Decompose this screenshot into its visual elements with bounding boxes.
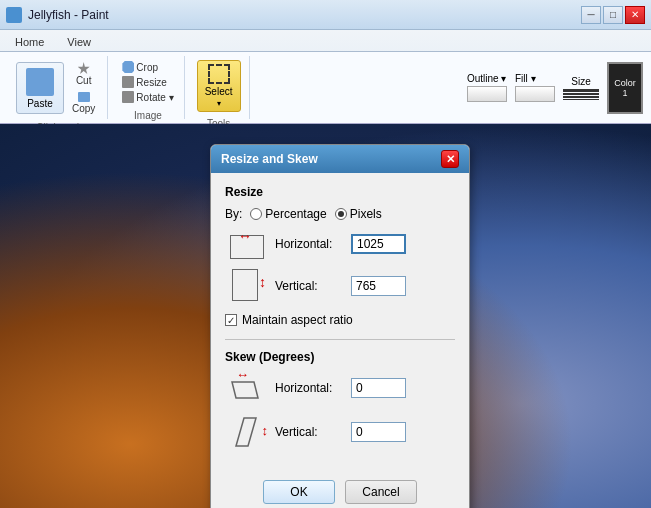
dialog-title-text: Resize and Skew [221, 152, 318, 166]
vertical-skew-row: ↕ Vertical: [225, 412, 455, 452]
maintain-aspect-checkbox[interactable] [225, 314, 237, 326]
resize-icon [122, 76, 134, 88]
crop-icon [122, 61, 134, 73]
pixels-radio[interactable]: Pixels [335, 207, 382, 221]
cancel-button[interactable]: Cancel [345, 480, 417, 504]
svg-marker-0 [232, 382, 258, 398]
clipboard-sub-buttons: Cut Copy [68, 60, 99, 116]
fill-control[interactable]: Fill ▾ [515, 73, 555, 102]
dialog-title-bar: Resize and Skew ✕ [211, 145, 469, 173]
size-control: Size [563, 76, 599, 100]
clipboard-group: Paste Cut Copy Clipboard [8, 56, 108, 119]
copy-button[interactable]: Copy [68, 90, 99, 116]
horizontal-icon-container: ↔ [225, 229, 269, 259]
skew-horizontal-input[interactable] [351, 378, 406, 398]
ribbon: Home View Paste Cut Copy [0, 30, 651, 124]
maintain-aspect-row: Maintain aspect ratio [225, 313, 455, 327]
tab-home[interactable]: Home [4, 32, 55, 51]
horizontal-resize-input[interactable] [351, 234, 406, 254]
tools-group: Select ▾ Tools [189, 56, 250, 119]
skew-heading: Skew (Degrees) [225, 350, 455, 364]
paste-button[interactable]: Paste [16, 62, 64, 114]
vertical-arrow-icon: ↕ [259, 275, 266, 289]
select-label: Select [205, 86, 233, 97]
horizontal-resize-row: ↔ Horizontal: [225, 229, 455, 259]
crop-button[interactable]: Crop [120, 60, 175, 74]
color-swatch[interactable]: Color1 [607, 62, 643, 114]
outline-control[interactable]: Outline ▾ [467, 73, 507, 102]
app-icon [6, 7, 22, 23]
select-icon [208, 64, 230, 84]
title-bar: Jellyfish - Paint ─ □ ✕ [0, 0, 651, 30]
ribbon-content: Paste Cut Copy Clipboard [0, 51, 651, 123]
canvas-area: Resize and Skew ✕ Resize By: Percentage … [0, 124, 651, 508]
ribbon-tabs: Home View [0, 30, 651, 51]
window-title: Jellyfish - Paint [28, 8, 581, 22]
by-row: By: Percentage Pixels [225, 207, 455, 221]
dialog-footer: OK Cancel [211, 472, 469, 508]
paste-label: Paste [27, 98, 53, 109]
vertical-resize-label: Vertical: [275, 279, 345, 293]
skew-vertical-icon: ↕ [228, 412, 266, 452]
vertical-resize-input[interactable] [351, 276, 406, 296]
select-button[interactable]: Select ▾ [197, 60, 241, 112]
rotate-icon [122, 91, 134, 103]
resize-heading: Resize [225, 185, 455, 199]
maximize-button[interactable]: □ [603, 6, 623, 24]
vertical-resize-icon: ↕ [228, 267, 266, 305]
percentage-radio-indicator [250, 208, 262, 220]
minimize-button[interactable]: ─ [581, 6, 601, 24]
dialog-close-button[interactable]: ✕ [441, 150, 459, 168]
percentage-radio[interactable]: Percentage [250, 207, 326, 221]
resize-skew-dialog: Resize and Skew ✕ Resize By: Percentage … [210, 144, 470, 508]
copy-icon [78, 92, 90, 102]
dialog-body: Resize By: Percentage Pixels ↔ [211, 173, 469, 472]
horizontal-skew-row: ↔ Horizontal: [225, 372, 455, 404]
tools-items: Select ▾ [197, 56, 241, 116]
vertical-resize-row: ↕ Vertical: [225, 267, 455, 305]
skew-vertical-icon-container: ↕ [225, 412, 269, 452]
cut-icon [78, 62, 90, 74]
image-group: Crop Resize Rotate ▾ Image [112, 56, 184, 119]
horizontal-resize-label: Horizontal: [275, 237, 345, 251]
skew-vertical-input[interactable] [351, 422, 406, 442]
image-buttons: Crop Resize Rotate ▾ [120, 60, 175, 104]
skew-horizontal-label: Horizontal: [275, 381, 345, 395]
window-close-button[interactable]: ✕ [625, 6, 645, 24]
right-toolbar: Outline ▾ Fill ▾ Size Color1 [467, 56, 643, 119]
cut-button[interactable]: Cut [68, 60, 99, 88]
clipboard-items: Paste Cut Copy [16, 56, 99, 120]
percentage-label: Percentage [265, 207, 326, 221]
maintain-aspect-label: Maintain aspect ratio [242, 313, 353, 327]
vertical-icon-container: ↕ [225, 267, 269, 305]
ok-button[interactable]: OK [263, 480, 335, 504]
image-label: Image [134, 110, 162, 121]
skew-h-arrow-icon: ↔ [236, 368, 249, 381]
pixels-radio-indicator [335, 208, 347, 220]
pixels-label: Pixels [350, 207, 382, 221]
resize-button[interactable]: Resize [120, 75, 175, 89]
image-items: Crop Resize Rotate ▾ [120, 56, 175, 108]
by-label: By: [225, 207, 242, 221]
horizontal-resize-icon: ↔ [228, 229, 266, 259]
window-controls: ─ □ ✕ [581, 6, 645, 24]
rotate-button[interactable]: Rotate ▾ [120, 90, 175, 104]
svg-marker-1 [236, 418, 256, 446]
section-divider [225, 339, 455, 340]
paste-icon [26, 68, 54, 96]
skew-v-arrow-icon: ↕ [262, 424, 269, 437]
skew-horizontal-icon: ↔ [228, 372, 266, 404]
skew-v-svg [228, 412, 266, 452]
tab-view[interactable]: View [56, 32, 102, 51]
skew-vertical-label: Vertical: [275, 425, 345, 439]
horizontal-arrow-icon: ↔ [238, 229, 252, 243]
skew-horizontal-icon-container: ↔ [225, 372, 269, 404]
